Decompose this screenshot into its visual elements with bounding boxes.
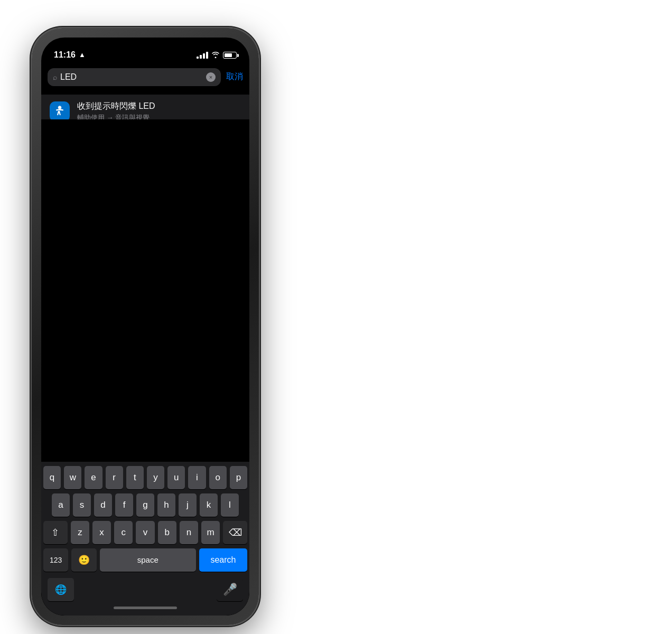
search-input-wrapper[interactable]: ⌕ × — [48, 68, 221, 86]
shift-key[interactable]: ⇧ — [43, 521, 68, 544]
battery-icon — [223, 52, 237, 59]
key-y[interactable]: y — [147, 466, 164, 489]
key-m[interactable]: m — [201, 521, 220, 544]
key-j[interactable]: j — [179, 493, 197, 517]
key-z[interactable]: z — [71, 521, 89, 544]
key-g[interactable]: g — [136, 493, 154, 517]
key-l[interactable]: l — [221, 493, 239, 517]
keyboard-row-4: 123 🙂 space search — [43, 548, 247, 572]
numbers-key[interactable]: 123 — [43, 548, 68, 572]
key-a[interactable]: a — [52, 493, 70, 517]
wifi-icon — [211, 51, 220, 60]
key-h[interactable]: h — [157, 493, 175, 517]
signal-bars — [197, 52, 208, 59]
key-s[interactable]: s — [73, 493, 91, 517]
space-key[interactable]: space — [100, 548, 196, 572]
signal-bar-2 — [200, 55, 202, 59]
keyboard-row-2: a s d f g h j k l — [43, 493, 247, 517]
search-area: ⌕ × 取消 — [41, 63, 249, 91]
keyboard-row-3: ⇧ z x c v b n m ⌫ — [43, 521, 247, 544]
key-b[interactable]: b — [158, 521, 176, 544]
result-title: 收到提示時閃爍 LED — [77, 101, 241, 112]
mic-key[interactable]: 🎤 — [217, 578, 243, 601]
keyboard-row-1: q w e r t y u i o p — [43, 466, 247, 489]
key-r[interactable]: r — [106, 466, 123, 489]
phone-device: 11:16 ▲ — [32, 28, 259, 625]
phone-screen: 11:16 ▲ — [41, 38, 249, 616]
key-p[interactable]: p — [230, 466, 247, 489]
key-u[interactable]: u — [167, 466, 185, 489]
key-t[interactable]: t — [126, 466, 144, 489]
globe-key[interactable]: 🌐 — [48, 578, 74, 601]
battery-fill — [225, 53, 232, 57]
search-key[interactable]: search — [199, 548, 247, 572]
cancel-button[interactable]: 取消 — [226, 71, 243, 82]
clear-button[interactable]: × — [206, 72, 216, 82]
key-q[interactable]: q — [43, 466, 61, 489]
search-input[interactable] — [60, 72, 203, 82]
accessibility-icon — [50, 101, 70, 122]
signal-bar-4 — [206, 52, 208, 59]
location-icon: ▲ — [79, 51, 86, 59]
status-icons — [197, 51, 237, 60]
home-indicator — [114, 607, 177, 609]
delete-key[interactable]: ⌫ — [223, 521, 247, 544]
key-v[interactable]: v — [136, 521, 154, 544]
key-f[interactable]: f — [115, 493, 133, 517]
key-n[interactable]: n — [180, 521, 198, 544]
time-label: 11:16 — [54, 50, 76, 60]
key-e[interactable]: e — [85, 466, 102, 489]
status-time: 11:16 ▲ — [54, 50, 86, 60]
emoji-key[interactable]: 🙂 — [71, 548, 96, 572]
search-magnifier-icon: ⌕ — [53, 73, 57, 81]
key-x[interactable]: x — [92, 521, 111, 544]
keyboard-bottom-row: 🌐 🎤 — [43, 576, 247, 604]
key-i[interactable]: i — [188, 466, 206, 489]
keyboard[interactable]: q w e r t y u i o p a s d f g h j k — [41, 462, 249, 616]
signal-bar-1 — [197, 57, 199, 59]
signal-bar-3 — [203, 53, 205, 59]
key-d[interactable]: d — [94, 493, 112, 517]
key-c[interactable]: c — [114, 521, 133, 544]
key-o[interactable]: o — [209, 466, 227, 489]
key-w[interactable]: w — [64, 466, 81, 489]
notch — [108, 38, 182, 52]
key-k[interactable]: k — [200, 493, 218, 517]
